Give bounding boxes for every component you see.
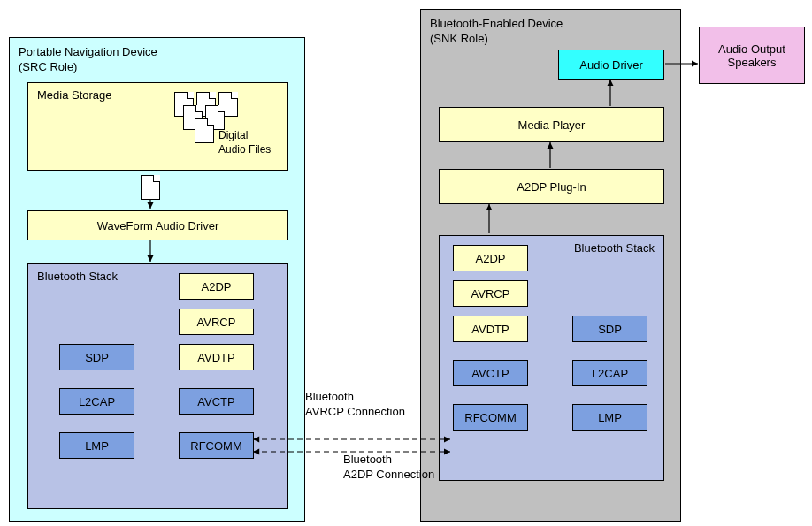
- src-avrcp: AVRCP: [179, 309, 254, 335]
- audio-driver: Audio Driver: [558, 50, 664, 80]
- audio-output-speakers: Audio Output Speakers: [699, 27, 805, 84]
- sink-bt-stack: Bluetooth Stack A2DP AVRCP AVDTP SDP AVC…: [439, 235, 664, 481]
- snk-l2cap: L2CAP: [572, 360, 647, 386]
- snk-avctp: AVCTP: [453, 360, 528, 386]
- source-stack-title: Bluetooth Stack: [37, 270, 118, 285]
- snk-rfcomm: RFCOMM: [453, 404, 528, 431]
- avrcp-conn-label: Bluetooth AVRCP Connection: [305, 390, 405, 420]
- sink-stack-title: Bluetooth Stack: [574, 241, 655, 256]
- file-icon: [195, 118, 214, 143]
- src-avdtp: AVDTP: [179, 344, 254, 370]
- sink-device: Bluetooth-Enabled Device (SNK Role) Audi…: [420, 9, 681, 522]
- src-avctp: AVCTP: [179, 388, 254, 415]
- waveform-driver: WaveForm Audio Driver: [27, 210, 288, 240]
- a2dp-plugin: A2DP Plug-In: [439, 169, 664, 204]
- media-player: Media Player: [439, 107, 664, 142]
- src-rfcomm: RFCOMM: [179, 432, 254, 459]
- snk-lmp: LMP: [572, 404, 647, 431]
- a2dp-conn-label: Bluetooth A2DP Connection: [343, 453, 434, 483]
- source-device: Portable Navigation Device (SRC Role) Me…: [9, 37, 305, 522]
- snk-avrcp: AVRCP: [453, 280, 528, 307]
- source-title: Portable Navigation Device (SRC Role): [19, 45, 157, 75]
- files-label: Digital Audio Files: [218, 129, 271, 156]
- src-lmp: LMP: [59, 432, 134, 459]
- src-a2dp: A2DP: [179, 273, 254, 300]
- media-storage-title: Media Storage: [37, 88, 112, 103]
- media-storage: Media Storage Digital Audio Files: [27, 82, 288, 171]
- src-l2cap: L2CAP: [59, 388, 134, 415]
- snk-sdp: SDP: [572, 316, 647, 342]
- snk-a2dp: A2DP: [453, 245, 528, 271]
- source-bt-stack: Bluetooth Stack A2DP AVRCP SDP AVDTP L2C…: [27, 263, 288, 509]
- sink-title: Bluetooth-Enabled Device (SNK Role): [430, 17, 563, 47]
- snk-avdtp: AVDTP: [453, 316, 528, 342]
- src-sdp: SDP: [59, 344, 134, 370]
- file-icon: [141, 175, 160, 200]
